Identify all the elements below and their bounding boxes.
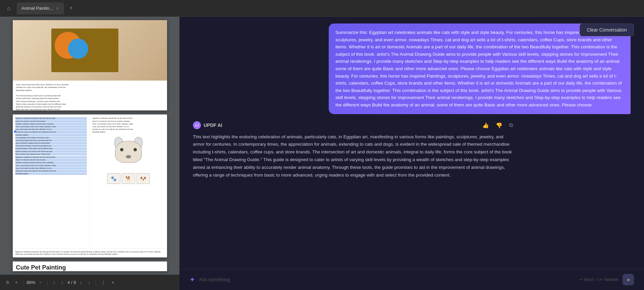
- home-button[interactable]: ⌂: [3, 2, 15, 14]
- main-content: Cups, store brands and other items. Whet…: [0, 17, 644, 290]
- ai-action-buttons: 👍 👎 ⧉: [480, 121, 515, 130]
- copy-button[interactable]: ⧉: [507, 121, 515, 130]
- navigate-down-fill-button[interactable]: ↓: [86, 279, 93, 286]
- send-button[interactable]: ➤: [623, 274, 634, 285]
- zoom-value: 88%: [26, 280, 35, 285]
- toolbar-separator-1: [23, 279, 23, 286]
- painting-image: [51, 29, 118, 72]
- home-icon: ⌂: [7, 5, 10, 11]
- dog-eye-left: [120, 148, 123, 151]
- updf-ai-icon: [193, 121, 201, 129]
- plus-icon: +: [69, 5, 73, 12]
- ai-message-header: UPDF AI 👍 👎 ⧉: [193, 121, 515, 130]
- down-fill-icon: ↓: [88, 280, 91, 285]
- pdf-panel: Cups, store brands and other items. Whet…: [0, 17, 179, 290]
- ai-response-content: This text highlights the enduring celebr…: [193, 134, 512, 178]
- tab-title: Animal Paintin...: [21, 6, 53, 11]
- dog-illustration: [93, 137, 164, 171]
- page-title-area: Cute Pet Painting: [13, 261, 167, 271]
- page2-left-column: Egyptian art celebrates animals like cat…: [13, 114, 90, 248]
- ai-message-text: This text highlights the enduring celebr…: [193, 133, 515, 180]
- thumbs-up-button[interactable]: 👍: [480, 121, 491, 130]
- sidebar-toggle-button[interactable]: S: [4, 279, 11, 286]
- page-1-text: Cups, store brands and other items. Whet…: [13, 81, 167, 110]
- send-hint-text: ↵ Send / ⇧↵ Newline: [579, 277, 619, 282]
- new-tab-button[interactable]: +: [66, 3, 76, 13]
- zoom-display: 88%: [26, 280, 35, 285]
- input-hints: ↵ Send / ⇧↵ Newline: [579, 277, 619, 282]
- sketch-3: 🐶: [137, 173, 150, 184]
- page-info: 4 / 9: [67, 280, 76, 285]
- add-button[interactable]: +: [13, 279, 20, 286]
- dog-drawing: [108, 137, 149, 171]
- chat-messages[interactable]: Summarize this: Egyptian art celebrates …: [179, 17, 644, 269]
- thumbs-down-button[interactable]: 👎: [494, 121, 504, 130]
- chat-input-field[interactable]: [199, 277, 575, 282]
- pdf-page-1: Cups, store brands and other items. Whet…: [13, 20, 167, 110]
- clear-conversation-button[interactable]: Clear Conversation: [580, 23, 634, 36]
- up-icon: ↑: [53, 280, 55, 285]
- page2-right-text: Egyptian art celebrates animals like cat…: [93, 117, 164, 133]
- ai-logo: UPDF AI: [193, 121, 222, 129]
- dog-head: [115, 141, 142, 163]
- chat-panel: Clear Conversation Summarize this: Egypt…: [179, 17, 644, 290]
- tab-bar: ⌂ Animal Paintin... × +: [0, 0, 644, 17]
- page-cover-image: [13, 20, 167, 81]
- page-number-display: 4 / 9: [67, 280, 76, 285]
- document-tab[interactable]: Animal Paintin... ×: [17, 2, 64, 14]
- page2-left-text: Egyptian art celebrates animals like cat…: [15, 117, 87, 175]
- sparkle-icon: ✦: [190, 276, 195, 284]
- page2-layout: Egyptian art celebrates animals like cat…: [13, 114, 167, 257]
- thumbs-down-icon: 👎: [496, 123, 502, 128]
- page-image-area: [13, 20, 167, 81]
- navigate-up-fill-button[interactable]: ↑: [59, 279, 65, 286]
- page2-right-column: Egyptian art celebrates animals like cat…: [90, 114, 167, 248]
- sketch-1: 🐾: [107, 173, 120, 184]
- ai-message-container: UPDF AI 👍 👎 ⧉ Thi: [193, 121, 515, 180]
- close-tab-button[interactable]: ×: [56, 5, 59, 11]
- navigate-down-button[interactable]: ↓: [78, 279, 84, 286]
- up-fill-icon: ↑: [61, 280, 63, 285]
- page2-top: Egyptian art celebrates animals like cat…: [13, 114, 167, 248]
- updf-logo-svg: [195, 123, 199, 128]
- close-toolbar-button[interactable]: ×: [110, 279, 116, 286]
- zoom-out-button[interactable]: −: [37, 279, 44, 286]
- more-icon: ⋮: [101, 280, 106, 285]
- pdf-pages[interactable]: Cups, store brands and other items. Whet…: [0, 17, 179, 275]
- close-icon: ×: [112, 280, 114, 285]
- page2-bottom-text: Egyptian art celebrates animals like cat…: [13, 248, 167, 257]
- dog-eye-right: [133, 148, 137, 151]
- chat-input-area: ✦ ↵ Send / ⇧↵ Newline ➤: [179, 269, 644, 290]
- ai-logo-text: UPDF AI: [204, 123, 222, 128]
- minus-icon: −: [39, 280, 42, 285]
- svg-point-0: [195, 124, 199, 127]
- send-icon: ➤: [626, 277, 631, 283]
- sidebar-icon: S: [6, 280, 9, 285]
- small-sketches: 🐾 🐕 🐶: [93, 173, 164, 184]
- pdf-toolbar: S + 88% − ↑ ↑ 4 / 9 ↓: [0, 275, 179, 290]
- page-title: Cute Pet Painting: [16, 264, 164, 271]
- thumbs-up-icon: 👍: [482, 123, 489, 128]
- copy-icon: ⧉: [509, 122, 513, 128]
- navigate-up-button[interactable]: ↑: [51, 279, 57, 286]
- pdf-page-2: Egyptian art celebrates animals like cat…: [13, 114, 167, 257]
- toolbar-separator-2: [47, 279, 48, 286]
- sketch-2: 🐕: [122, 173, 135, 184]
- user-message-text: Summarize this: Egyptian art celebrates …: [335, 30, 622, 107]
- more-options-button[interactable]: ⋮: [99, 279, 108, 286]
- toolbar-separator-3: [96, 279, 96, 286]
- user-message-bubble: Summarize this: Egyptian art celebrates …: [329, 23, 631, 114]
- down-icon: ↓: [80, 280, 82, 285]
- dog-nose: [126, 155, 131, 158]
- add-icon: +: [15, 280, 18, 285]
- selection-indicator: [14, 131, 16, 133]
